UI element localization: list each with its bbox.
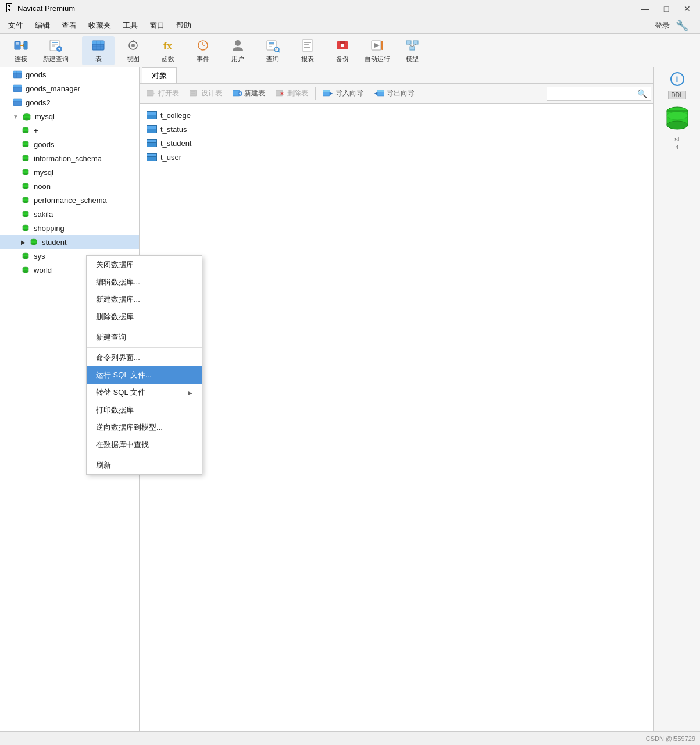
- svg-point-115: [667, 112, 688, 120]
- user-button[interactable]: 用户: [222, 36, 254, 65]
- table-small-icon: [13, 70, 22, 79]
- table-icon-t_college: [147, 111, 157, 119]
- open-table-icon: [147, 90, 156, 98]
- event-icon: [195, 37, 211, 54]
- sidebar-item-shopping[interactable]: shopping: [0, 221, 139, 235]
- menu-favorites[interactable]: 收藏夹: [83, 19, 117, 33]
- menu-file[interactable]: 文件: [2, 19, 29, 33]
- auto-run-button[interactable]: 自动运行: [361, 36, 394, 65]
- sidebar-label-goods: goods: [26, 70, 46, 79]
- model-button[interactable]: 模型: [396, 36, 428, 65]
- menu-tools[interactable]: 工具: [117, 19, 144, 33]
- ctx-dump-sql[interactable]: 转储 SQL 文件 ▶: [87, 384, 202, 401]
- minimize-button[interactable]: —: [637, 3, 653, 15]
- ctx-find-in-db[interactable]: 在数据库中查找: [87, 436, 202, 454]
- maximize-button[interactable]: □: [658, 3, 674, 15]
- svg-rect-34: [304, 42, 311, 43]
- sidebar-label-shopping: shopping: [34, 224, 65, 233]
- svg-rect-96: [190, 90, 197, 96]
- navicat-icon: 🔧: [676, 19, 688, 32]
- sidebar-item-mysql-folder[interactable]: ▼ mysql: [0, 109, 139, 123]
- info-panel: i DDL st 4: [653, 67, 700, 731]
- svg-point-81: [23, 215, 28, 217]
- menu-view[interactable]: 查看: [56, 19, 83, 33]
- connect-button[interactable]: 连接: [5, 36, 37, 65]
- sidebar-label-mysql-folder: mysql: [35, 112, 55, 121]
- sidebar-item-goods-manager[interactable]: goods_manager: [0, 81, 139, 95]
- ctx-new-query[interactable]: 新建查询: [87, 329, 202, 346]
- content-area: 对象 打开表 设计表: [140, 67, 653, 731]
- table-row-t_status[interactable]: t_status: [140, 122, 653, 136]
- open-table-button[interactable]: 打开表: [142, 87, 184, 100]
- ctx-delete-db[interactable]: 删除数据库: [87, 308, 202, 326]
- svg-rect-107: [323, 90, 330, 92]
- info-icon[interactable]: i: [670, 72, 684, 86]
- new-query-button[interactable]: 新建查询: [40, 36, 72, 65]
- ctx-sep-1: [87, 327, 202, 327]
- login-label[interactable]: 登录: [655, 20, 670, 31]
- ctx-print-db[interactable]: 打印数据库: [87, 401, 202, 419]
- ctx-reverse-db[interactable]: 逆向数据库到模型...: [87, 419, 202, 436]
- connect-icon: [13, 37, 29, 54]
- table-row-t_user[interactable]: t_user: [140, 150, 653, 164]
- svg-rect-14: [92, 41, 104, 44]
- ctx-refresh[interactable]: 刷新: [87, 457, 202, 474]
- sidebar-item-goods2[interactable]: goods2: [0, 95, 139, 109]
- ddl-badge[interactable]: DDL: [668, 91, 685, 99]
- sidebar-item-noon[interactable]: noon: [0, 179, 139, 193]
- sidebar-item-perf-schema[interactable]: performance_schema: [0, 193, 139, 207]
- backup-label: 备份: [336, 55, 349, 63]
- sidebar-item-mysql-db[interactable]: mysql: [0, 165, 139, 179]
- view-button[interactable]: 视图: [117, 36, 149, 65]
- sidebar-label-world: world: [34, 266, 52, 275]
- sidebar-label-goods2: goods2: [26, 98, 51, 107]
- sidebar-item-goods-db[interactable]: goods: [0, 137, 139, 151]
- delete-table-button[interactable]: 删除表: [271, 87, 313, 100]
- menu-help[interactable]: 帮助: [170, 19, 197, 33]
- func-button[interactable]: fx 函数: [152, 36, 184, 65]
- svg-point-60: [23, 118, 30, 121]
- ctx-edit-db[interactable]: 编辑数据库...: [87, 273, 202, 291]
- table-label: 表: [95, 55, 102, 63]
- svg-rect-42: [381, 41, 383, 50]
- report-button[interactable]: 报表: [291, 36, 324, 65]
- user-label: 用户: [231, 55, 244, 63]
- backup-button[interactable]: 备份: [326, 36, 359, 65]
- ctx-close-db[interactable]: 关闭数据库: [87, 256, 202, 273]
- menu-edit[interactable]: 编辑: [29, 19, 56, 33]
- design-table-label: 设计表: [201, 88, 222, 98]
- table-name-t_college: t_college: [160, 111, 191, 120]
- export-wizard-button[interactable]: 导出向导: [369, 87, 419, 100]
- sidebar-item-info-schema[interactable]: information_schema: [0, 151, 139, 165]
- table-name-t_user: t_user: [160, 153, 181, 162]
- sidebar-item-student[interactable]: ▶ student: [0, 235, 139, 249]
- ctx-run-sql[interactable]: 运行 SQL 文件...: [87, 366, 202, 384]
- design-table-button[interactable]: 设计表: [185, 87, 227, 100]
- ctx-new-db[interactable]: 新建数据库...: [87, 291, 202, 308]
- tab-objects[interactable]: 对象: [142, 67, 177, 83]
- model-label: 模型: [406, 55, 419, 63]
- sidebar-item-goods[interactable]: goods: [0, 67, 139, 81]
- sidebar-item-sakila[interactable]: sakila: [0, 207, 139, 221]
- db-icon-shopping: [21, 223, 30, 233]
- sidebar-item-plus[interactable]: +: [0, 123, 139, 137]
- new-table-button[interactable]: 新建表: [228, 87, 270, 100]
- close-button[interactable]: ✕: [679, 3, 695, 15]
- import-wizard-button[interactable]: 导入向导: [318, 87, 368, 100]
- app-title: Navicat Premium: [17, 4, 75, 13]
- menu-window[interactable]: 窗口: [144, 19, 170, 33]
- svg-point-90: [23, 256, 28, 259]
- table-row-t_student[interactable]: t_student: [140, 136, 653, 150]
- svg-rect-49: [13, 71, 22, 73]
- new-query-icon: [48, 37, 64, 54]
- table-button[interactable]: 表: [82, 36, 115, 65]
- table-row-t_college[interactable]: t_college: [140, 108, 653, 122]
- sidebar-label-student: student: [42, 238, 67, 247]
- event-button[interactable]: 事件: [187, 36, 219, 65]
- ctx-cmd-interface[interactable]: 命令列界面...: [87, 349, 202, 366]
- new-table-icon2: [233, 90, 242, 98]
- func-label: 函数: [162, 55, 174, 63]
- query-button[interactable]: 查询: [256, 36, 289, 65]
- svg-marker-95: [152, 92, 155, 95]
- search-input[interactable]: [551, 90, 637, 98]
